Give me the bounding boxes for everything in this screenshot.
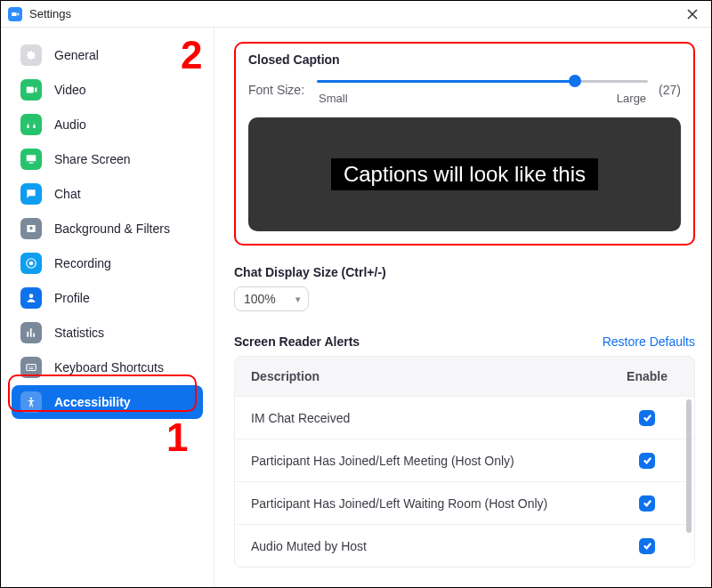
titlebar: Settings xyxy=(1,1,711,28)
alert-enable-checkbox[interactable] xyxy=(639,410,655,426)
sidebar-item-share-screen[interactable]: Share Screen xyxy=(12,142,203,176)
svg-point-4 xyxy=(30,398,32,399)
window-title: Settings xyxy=(29,7,71,20)
sidebar-item-label: Statistics xyxy=(54,326,104,340)
alert-row: IM Chat Received xyxy=(235,396,694,439)
settings-main-panel: Closed Caption Font Size: Small Large (2… xyxy=(214,28,711,588)
close-button[interactable] xyxy=(681,3,704,26)
sidebar-item-label: Accessibility xyxy=(54,395,131,409)
video-icon xyxy=(20,79,42,101)
font-size-label: Font Size: xyxy=(248,83,304,97)
audio-icon xyxy=(20,114,42,135)
restore-defaults-link[interactable]: Restore Defaults xyxy=(603,334,695,349)
settings-sidebar: GeneralVideoAudioShare ScreenChatBackgro… xyxy=(1,28,214,588)
font-size-value: (27) xyxy=(659,83,681,97)
keyboard-icon xyxy=(20,357,42,378)
gear-icon xyxy=(20,44,42,66)
sidebar-item-label: Audio xyxy=(54,117,86,132)
alert-enable-checkbox[interactable] xyxy=(639,495,655,511)
caption-preview-text: Captions will look like this xyxy=(331,158,598,190)
sidebar-item-label: Background & Filters xyxy=(54,222,170,236)
font-size-min-label: Small xyxy=(319,92,348,105)
alerts-col-enable: Enable xyxy=(616,369,678,383)
alerts-table: Description Enable IM Chat ReceivedParti… xyxy=(234,356,695,568)
profile-icon xyxy=(20,287,42,309)
sidebar-item-label: General xyxy=(54,48,99,62)
sidebar-item-chat[interactable]: Chat xyxy=(12,177,203,211)
sidebar-item-video[interactable]: Video xyxy=(12,73,203,107)
sidebar-item-profile[interactable]: Profile xyxy=(12,281,203,315)
alerts-col-description: Description xyxy=(251,369,616,383)
chat-display-size-value: 100% xyxy=(244,292,276,306)
alert-description: Participant Has Joined/Left Meeting (Hos… xyxy=(251,454,616,468)
sidebar-item-keyboard-shortcuts[interactable]: Keyboard Shortcuts xyxy=(12,350,203,384)
alert-description: Participant Has Joined/Left Waiting Room… xyxy=(251,496,616,511)
closed-caption-section: Closed Caption Font Size: Small Large (2… xyxy=(234,42,695,246)
chevron-down-icon: ▾ xyxy=(295,294,301,305)
sidebar-item-statistics[interactable]: Statistics xyxy=(12,316,203,350)
sidebar-item-recording[interactable]: Recording xyxy=(12,246,203,280)
svg-point-2 xyxy=(29,294,34,298)
font-size-slider-thumb[interactable] xyxy=(569,75,581,87)
alert-enable-checkbox[interactable] xyxy=(639,538,655,554)
share-screen-icon xyxy=(20,149,42,170)
svg-point-1 xyxy=(29,262,34,266)
svg-rect-3 xyxy=(27,365,36,371)
closed-caption-title: Closed Caption xyxy=(248,52,681,67)
zoom-app-icon xyxy=(8,7,22,21)
chat-display-size-select[interactable]: 100% ▾ xyxy=(234,286,309,311)
caption-preview: Captions will look like this xyxy=(248,117,681,231)
annotation-number-1: 1 xyxy=(166,415,188,460)
sidebar-item-accessibility[interactable]: Accessibility xyxy=(12,385,203,419)
sidebar-item-background-filters[interactable]: Background & Filters xyxy=(12,212,203,246)
sidebar-item-label: Share Screen xyxy=(54,152,131,166)
sidebar-item-general[interactable]: General xyxy=(12,38,203,72)
sidebar-item-label: Video xyxy=(54,83,86,97)
alerts-scrollbar[interactable] xyxy=(686,399,692,533)
alert-row: Participant Has Joined/Left Meeting (Hos… xyxy=(235,439,694,481)
statistics-icon xyxy=(20,322,42,343)
recording-icon xyxy=(20,253,42,274)
alert-description: IM Chat Received xyxy=(251,411,616,425)
screen-reader-alerts-title: Screen Reader Alerts xyxy=(234,334,360,349)
font-size-slider[interactable] xyxy=(317,74,648,88)
sidebar-item-label: Recording xyxy=(54,256,111,270)
alert-row: Participant Has Joined/Left Waiting Room… xyxy=(235,481,694,524)
sidebar-item-audio[interactable]: Audio xyxy=(12,108,203,141)
font-size-max-label: Large xyxy=(617,92,646,105)
sidebar-item-label: Chat xyxy=(54,187,81,201)
sidebar-item-label: Profile xyxy=(54,291,90,305)
alert-description: Audio Muted by Host xyxy=(251,539,616,553)
alert-enable-checkbox[interactable] xyxy=(639,453,655,469)
chat-display-size-title: Chat Display Size (Ctrl+/-) xyxy=(234,265,695,279)
accessibility-icon xyxy=(20,391,42,413)
background-icon xyxy=(20,218,42,239)
sidebar-item-label: Keyboard Shortcuts xyxy=(54,360,164,375)
alert-row: Audio Muted by Host xyxy=(235,524,694,567)
chat-icon xyxy=(20,183,42,205)
